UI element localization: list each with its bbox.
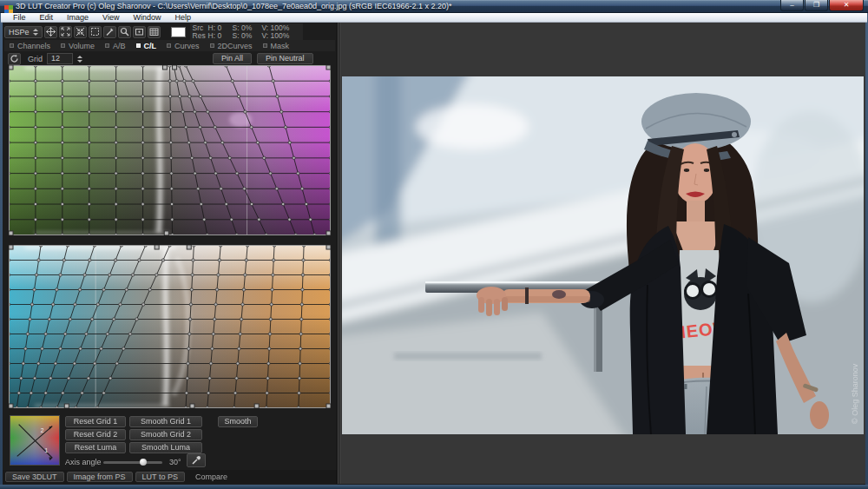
- color-grid-editor[interactable]: [9, 65, 331, 235]
- close-button[interactable]: ✕: [829, 0, 864, 11]
- color-mode-select[interactable]: HSPe: [4, 26, 43, 38]
- tab-channels[interactable]: Channels: [4, 40, 56, 51]
- main-content: HSPe: [3, 23, 865, 484]
- tab-ab[interactable]: A/B: [100, 40, 131, 51]
- slider-thumb[interactable]: [140, 459, 147, 466]
- pin-neutral-button[interactable]: Pin Neutral: [257, 53, 313, 64]
- res-label: Res: [193, 32, 208, 40]
- tab-volume[interactable]: Volume: [56, 40, 100, 51]
- contract-icon: [76, 27, 85, 36]
- move-icon: [46, 27, 56, 36]
- axis-2-label: 2: [41, 427, 44, 433]
- tab-curves[interactable]: Curves: [161, 40, 205, 51]
- current-color-swatch[interactable]: [171, 27, 186, 37]
- reset-luma-button[interactable]: Reset Luma: [65, 442, 126, 453]
- axis-1-label: 1: [45, 447, 49, 453]
- menu-file[interactable]: File: [6, 13, 33, 22]
- contract-tool-button[interactable]: [74, 26, 87, 38]
- marquee-tool-button[interactable]: [89, 26, 102, 38]
- res-val: V: 100%: [262, 32, 300, 40]
- window-title: 3D LUT Creator Pro (c) Oleg Sharonov - C…: [16, 2, 452, 10]
- mode-spinner[interactable]: [33, 29, 38, 36]
- axis-angle-value: 30°: [169, 458, 181, 466]
- lut-to-ps-button[interactable]: LUT to PS: [135, 472, 185, 482]
- eyedropper-button[interactable]: [187, 453, 206, 467]
- menu-view[interactable]: View: [95, 13, 126, 22]
- photo-background: [342, 76, 864, 434]
- zoom-tool-button[interactable]: [118, 26, 131, 38]
- toolbar: HSPe: [4, 24, 335, 39]
- minimize-button[interactable]: –: [780, 0, 804, 11]
- color-readout: Src H: 0 S: 0% V: 100% Res H: 0 S: 0% V:…: [190, 23, 303, 40]
- expand-tool-button[interactable]: [59, 26, 72, 38]
- menu-edit[interactable]: Edit: [33, 13, 61, 22]
- axis-angle-slider[interactable]: [103, 461, 162, 464]
- reset-grid2-button[interactable]: Reset Grid 2: [65, 429, 126, 440]
- grid-label: Grid: [28, 55, 43, 63]
- smooth-grid1-button[interactable]: Smooth Grid 1: [129, 416, 202, 427]
- tools-panel: HSPe: [3, 23, 337, 484]
- marquee-icon: [90, 27, 100, 36]
- picker-tool-button[interactable]: [103, 26, 116, 38]
- eyedropper-icon: [191, 455, 201, 466]
- mode-tabs: Channels Volume A/B C/L Curves 2DCurves …: [4, 40, 335, 51]
- move-tool-button[interactable]: [44, 26, 57, 38]
- app-window: 3D LUT Creator Pro (c) Oleg Sharonov - C…: [0, 0, 868, 489]
- tab-cl[interactable]: C/L: [131, 40, 162, 51]
- maximize-button[interactable]: ❐: [805, 0, 828, 11]
- grid-view-button[interactable]: [148, 26, 161, 38]
- smooth-luma-button[interactable]: Smooth Luma: [129, 442, 202, 453]
- refresh-icon: [10, 54, 19, 63]
- axis-angle-label: Axis angle: [65, 458, 102, 466]
- menu-image[interactable]: Image: [60, 13, 95, 22]
- grid-controls: 2 1 Reset Grid 1 Smooth Grid 1 Reset Gri…: [3, 413, 337, 469]
- refresh-button[interactable]: [8, 53, 21, 65]
- compare-button[interactable]: Compare: [195, 472, 227, 481]
- res-sat: S: 0%: [233, 32, 262, 40]
- smooth-button[interactable]: Smooth: [218, 416, 258, 427]
- grid-icon: [149, 27, 159, 36]
- photo-watermark: © Oleg Sharonov: [851, 363, 859, 424]
- menu-help[interactable]: Help: [168, 13, 198, 22]
- ab-plane-wheel[interactable]: 2 1: [10, 415, 60, 466]
- image-from-ps-button[interactable]: Image from PS: [67, 472, 133, 482]
- tab-mask[interactable]: Mask: [258, 40, 295, 51]
- preview-image[interactable]: MEOW: [342, 76, 864, 434]
- grid-size-field[interactable]: 12: [47, 53, 73, 64]
- picker-icon: [105, 27, 115, 36]
- expand-icon: [61, 27, 70, 36]
- app-icon: [4, 2, 13, 10]
- pin-all-button[interactable]: Pin All: [213, 53, 252, 64]
- smooth-grid2-button[interactable]: Smooth Grid 2: [129, 429, 202, 440]
- window-controls: – ❐ ✕: [779, 0, 864, 11]
- zoom-icon: [120, 27, 129, 36]
- grid-size-spinner[interactable]: [77, 56, 82, 63]
- save-3dlut-button[interactable]: Save 3DLUT: [5, 472, 64, 482]
- image-viewer: MEOW: [340, 23, 865, 484]
- frame-tool-button[interactable]: [133, 26, 146, 38]
- footer-bar: Save 3DLUT Image from PS LUT to PS Compa…: [3, 470, 337, 484]
- frame-icon: [135, 27, 144, 36]
- reset-grid1-button[interactable]: Reset Grid 1: [65, 416, 126, 427]
- tab-2dcurves[interactable]: 2DCurves: [205, 40, 258, 51]
- title-bar[interactable]: 3D LUT Creator Pro (c) Oleg Sharonov - C…: [0, 0, 868, 13]
- grid-settings-bar: Grid 12 Pin All Pin Neutral: [4, 52, 335, 65]
- menu-window[interactable]: Window: [126, 13, 168, 22]
- menu-bar: File Edit Image View Window Help: [1, 13, 867, 23]
- res-hue: H: 0: [208, 32, 233, 40]
- window-border-bottom: [0, 485, 868, 489]
- luma-grid-editor[interactable]: [9, 245, 331, 408]
